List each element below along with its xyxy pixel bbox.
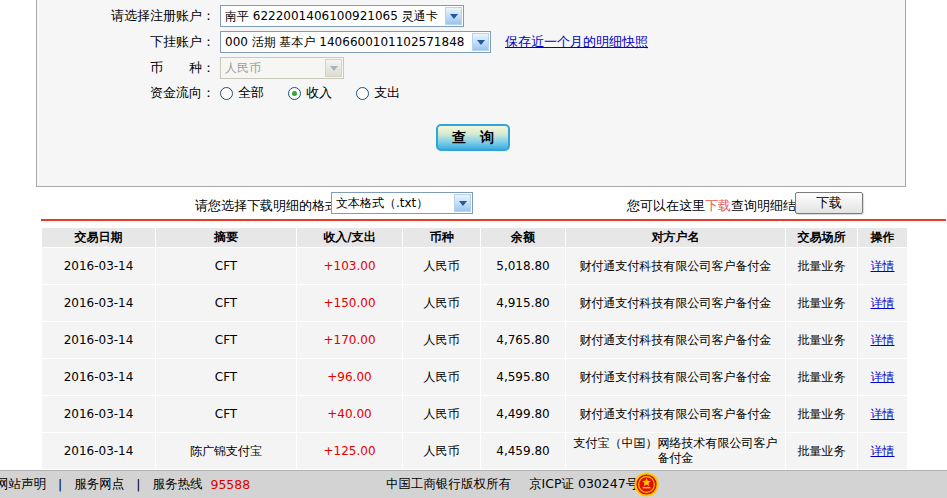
sub-account-row: 下挂账户： 000 活期 基本户 1406600101102571848 保存近… — [37, 31, 905, 53]
table-row: 2016-03-14 CFT +103.00 人民币 5,018.80 财付通支… — [42, 248, 908, 285]
cell-amount: +170.00 — [297, 322, 403, 359]
header-venue: 交易场所 — [786, 228, 858, 248]
register-account-label: 请选择注册账户： — [37, 7, 215, 25]
cell-balance: 4,499.80 — [481, 396, 566, 433]
chevron-down-icon[interactable] — [454, 194, 471, 212]
transaction-detail-page: 请选择注册账户： 南平 6222001406100921065 灵通卡 下挂账户… — [0, 0, 947, 498]
header-amount: 收入/支出 — [297, 228, 403, 248]
cell-currency: 人民币 — [403, 322, 481, 359]
cell-date: 2016-03-14 — [42, 322, 156, 359]
detail-link[interactable]: 详情 — [871, 370, 895, 384]
cell-currency: 人民币 — [403, 359, 481, 396]
chevron-down-icon[interactable] — [472, 33, 489, 51]
cell-counterparty: 财付通支付科技有限公司客户备付金 — [566, 285, 786, 322]
cell-date: 2016-03-14 — [42, 248, 156, 285]
detail-link[interactable]: 详情 — [871, 259, 895, 273]
table-row: 2016-03-14 陈广锦支付宝 +125.00 人民币 4,459.80 支… — [42, 433, 908, 470]
register-account-select[interactable]: 南平 6222001406100921065 灵通卡 — [220, 5, 464, 27]
radio-label: 支出 — [374, 84, 400, 102]
cell-date: 2016-03-14 — [42, 285, 156, 322]
sub-account-select[interactable]: 000 活期 基本户 1406600101102571848 — [220, 31, 491, 53]
footer-hotline-label: 服务热线 — [152, 476, 202, 493]
security-badge-icon — [634, 472, 659, 497]
footer-left-links: 网站声明 | 服务网点 | 服务热线 95588 — [0, 471, 250, 498]
cell-balance: 4,459.80 — [481, 433, 566, 470]
cell-amount: +103.00 — [297, 248, 403, 285]
footer-separator: | — [136, 477, 140, 492]
footer-copyright-block: 中国工商银行版权所有 京ICP证 030247号 — [386, 471, 638, 498]
download-hint-prefix: 您可以在这里 — [627, 198, 705, 213]
cell-amount: +96.00 — [297, 359, 403, 396]
radio-label: 收入 — [306, 84, 332, 102]
detail-link[interactable]: 详情 — [871, 296, 895, 310]
detail-link[interactable]: 详情 — [871, 444, 895, 458]
header-balance: 余额 — [481, 228, 566, 248]
header-action: 操作 — [858, 228, 908, 248]
sub-account-label: 下挂账户： — [37, 33, 215, 51]
table-row: 2016-03-14 CFT +40.00 人民币 4,499.80 财付通支付… — [42, 396, 908, 433]
header-counterparty: 对方户名 — [566, 228, 786, 248]
radio-option-income[interactable]: 收入 — [288, 84, 332, 102]
cell-venue: 批量业务 — [786, 359, 858, 396]
cell-summary: 陈广锦支付宝 — [156, 433, 297, 470]
cell-currency: 人民币 — [403, 396, 481, 433]
cell-date: 2016-03-14 — [42, 396, 156, 433]
cell-counterparty: 财付通支付科技有限公司客户备付金 — [566, 359, 786, 396]
table-row: 2016-03-14 CFT +96.00 人民币 4,595.80 财付通支付… — [42, 359, 908, 396]
detail-link[interactable]: 详情 — [871, 333, 895, 347]
radio-icon[interactable] — [356, 87, 369, 100]
table-row: 2016-03-14 CFT +150.00 人民币 4,915.80 财付通支… — [42, 285, 908, 322]
radio-option-expense[interactable]: 支出 — [356, 84, 400, 102]
cell-venue: 批量业务 — [786, 396, 858, 433]
cell-counterparty: 财付通支付科技有限公司客户备付金 — [566, 322, 786, 359]
radio-option-all[interactable]: 全部 — [220, 84, 264, 102]
red-divider — [41, 219, 946, 221]
currency-value: 人民币 — [225, 60, 261, 77]
cell-venue: 批量业务 — [786, 285, 858, 322]
download-hint: 您可以在这里下载查询明细结果 — [627, 197, 809, 215]
cell-balance: 5,018.80 — [481, 248, 566, 285]
chevron-down-icon[interactable] — [445, 7, 462, 25]
flow-direction-row: 资金流向： 全部 收入 支出 — [37, 84, 905, 102]
cell-currency: 人民币 — [403, 285, 481, 322]
table-row: 2016-03-14 CFT +170.00 人民币 4,765.80 财付通支… — [42, 322, 908, 359]
cell-balance: 4,595.80 — [481, 359, 566, 396]
cell-summary: CFT — [156, 322, 297, 359]
header-date: 交易日期 — [42, 228, 156, 248]
query-button[interactable]: 查 询 — [436, 124, 510, 151]
header-summary: 摘要 — [156, 228, 297, 248]
cell-summary: CFT — [156, 396, 297, 433]
download-format-label: 请您选择下载明细的格式 — [195, 197, 338, 215]
currency-row: 币 种： 人民币 — [37, 57, 905, 79]
header-currency: 币种 — [403, 228, 481, 248]
radio-checked-icon[interactable] — [288, 87, 301, 100]
footer-link-statement[interactable]: 网站声明 — [0, 476, 46, 493]
download-inline-link[interactable]: 下载 — [705, 198, 731, 213]
cell-date: 2016-03-14 — [42, 359, 156, 396]
footer-separator: | — [58, 477, 62, 492]
cell-currency: 人民币 — [403, 433, 481, 470]
detail-link[interactable]: 详情 — [871, 407, 895, 421]
save-monthly-snapshot-link[interactable]: 保存近一个月的明细快照 — [505, 33, 648, 51]
cell-amount: +150.00 — [297, 285, 403, 322]
footer-link-branches[interactable]: 服务网点 — [74, 476, 124, 493]
footer: 网站声明 | 服务网点 | 服务热线 95588 中国工商银行版权所有 京ICP… — [0, 470, 947, 498]
cell-summary: CFT — [156, 248, 297, 285]
flow-direction-label: 资金流向： — [37, 84, 215, 102]
cell-venue: 批量业务 — [786, 322, 858, 359]
radio-icon[interactable] — [220, 87, 233, 100]
download-format-value: 文本格式（.txt） — [336, 195, 428, 212]
currency-select: 人民币 — [220, 57, 344, 79]
cell-summary: CFT — [156, 359, 297, 396]
register-account-value: 南平 6222001406100921065 灵通卡 — [225, 8, 438, 25]
register-account-row: 请选择注册账户： 南平 6222001406100921065 灵通卡 — [37, 5, 905, 27]
download-format-select[interactable]: 文本格式（.txt） — [331, 192, 473, 214]
cell-amount: +125.00 — [297, 433, 403, 470]
cell-counterparty: 财付通支付科技有限公司客户备付金 — [566, 396, 786, 433]
cell-balance: 4,915.80 — [481, 285, 566, 322]
footer-icp: 京ICP证 030247号 — [529, 476, 638, 493]
cell-venue: 批量业务 — [786, 433, 858, 470]
download-button[interactable]: 下载 — [795, 192, 863, 214]
radio-label: 全部 — [238, 84, 264, 102]
chevron-down-icon — [325, 59, 342, 77]
